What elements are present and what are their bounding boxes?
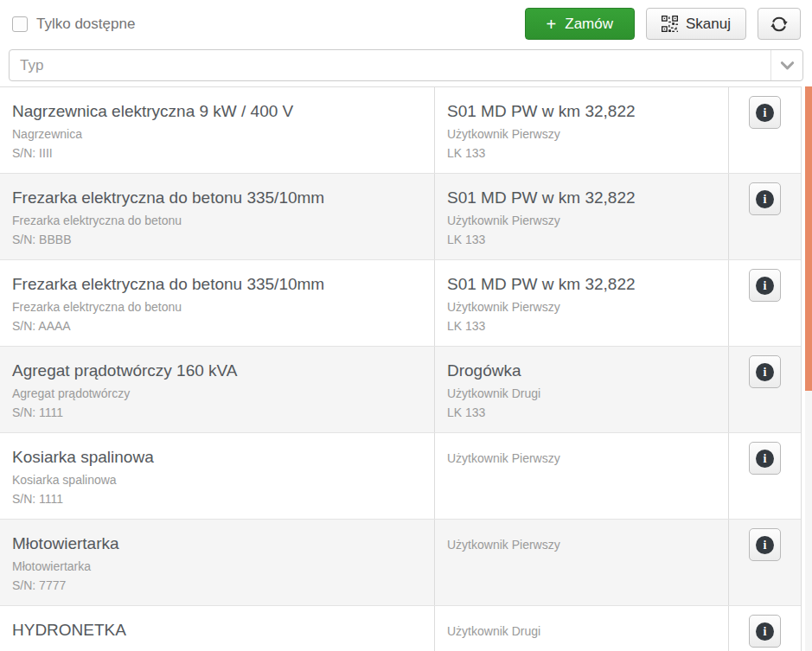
- plus-icon: +: [547, 16, 557, 33]
- equipment-cell: Agregat prądotwórczy 160 kVA Agregat prą…: [0, 347, 435, 432]
- equipment-serial: S/N: 7777: [12, 578, 422, 592]
- location-cell: Użytkownik Drugi: [435, 606, 729, 651]
- info-cell: i: [729, 520, 801, 605]
- order-button[interactable]: + Zamów: [525, 8, 635, 40]
- line-code: LK 133: [447, 146, 716, 160]
- equipment-serial: S/N: BBBB: [12, 233, 422, 246]
- type-dropdown-toggle[interactable]: [770, 50, 802, 80]
- assigned-user: Użytkownik Pierwszy: [447, 538, 716, 552]
- assigned-user: Użytkownik Pierwszy: [447, 127, 716, 141]
- equipment-type: Frezarka elektryczna do betonu: [12, 300, 422, 314]
- equipment-name: Kosiarka spalinowa: [12, 446, 422, 468]
- chevron-down-icon: [780, 61, 795, 71]
- info-button[interactable]: i: [749, 528, 781, 561]
- info-cell: i: [729, 174, 801, 259]
- toolbar: Tylko dostępne + Zamów Skanuj: [0, 0, 812, 41]
- equipment-row[interactable]: Kosiarka spalinowa Kosiarka spalinowa S/…: [0, 433, 801, 520]
- type-input[interactable]: [10, 50, 770, 80]
- equipment-serial: S/N: 1111: [12, 492, 422, 506]
- only-available-label: Tylko dostępne: [36, 16, 135, 33]
- line-code: LK 133: [447, 233, 716, 246]
- info-icon: i: [756, 622, 774, 641]
- equipment-row[interactable]: Nagrzewnica elektryczna 9 kW / 400 V Nag…: [0, 87, 801, 174]
- equipment-type: Frezarka elektryczna do betonu: [12, 214, 422, 227]
- equipment-type: Młotowiertarka: [12, 559, 422, 573]
- location-cell: S01 MD PW w km 32,822 Użytkownik Pierwsz…: [435, 87, 729, 173]
- equipment-serial: S/N: 1111: [12, 405, 422, 419]
- scrollbar[interactable]: [805, 86, 812, 651]
- equipment-name: Nagrzewnica elektryczna 9 kW / 400 V: [12, 100, 422, 122]
- only-available-checkbox[interactable]: [12, 16, 28, 32]
- equipment-name: Frezarka elektryczna do betonu 335/10mm: [12, 187, 422, 208]
- equipment-name: Młotowiertarka: [12, 533, 422, 554]
- location-name: S01 MD PW w km 32,822: [447, 100, 716, 122]
- equipment-serial: S/N: AAAA: [12, 319, 422, 333]
- info-button[interactable]: i: [749, 269, 781, 302]
- equipment-row[interactable]: HYDRONETKA Użytkownik Drugi i: [0, 606, 801, 651]
- info-button[interactable]: i: [749, 96, 781, 129]
- location-cell: S01 MD PW w km 32,822 Użytkownik Pierwsz…: [435, 260, 729, 346]
- equipment-name: Frezarka elektryczna do betonu 335/10mm: [12, 273, 422, 295]
- equipment-name: HYDRONETKA: [12, 619, 422, 641]
- info-button[interactable]: i: [749, 442, 781, 475]
- scan-button-label: Skanuj: [686, 16, 731, 33]
- location-name: Drogówka: [447, 360, 716, 381]
- location-name: S01 MD PW w km 32,822: [447, 273, 716, 295]
- location-cell: Użytkownik Pierwszy: [435, 520, 729, 605]
- toolbar-buttons: + Zamów Skanuj: [525, 8, 801, 40]
- equipment-cell: Kosiarka spalinowa Kosiarka spalinowa S/…: [0, 433, 435, 519]
- info-icon: i: [756, 277, 774, 295]
- info-cell: i: [729, 347, 801, 432]
- line-code: LK 133: [447, 319, 716, 333]
- equipment-cell: Frezarka elektryczna do betonu 335/10mm …: [0, 260, 435, 346]
- equipment-cell: Nagrzewnica elektryczna 9 kW / 400 V Nag…: [0, 87, 435, 173]
- equipment-cell: Młotowiertarka Młotowiertarka S/N: 7777: [0, 520, 435, 605]
- info-icon: i: [756, 450, 774, 468]
- equipment-row[interactable]: Młotowiertarka Młotowiertarka S/N: 7777 …: [0, 520, 801, 606]
- equipment-name: Agregat prądotwórczy 160 kVA: [12, 360, 422, 381]
- equipment-row[interactable]: Agregat prądotwórczy 160 kVA Agregat prą…: [0, 347, 801, 433]
- location-cell: Użytkownik Pierwszy: [435, 433, 729, 519]
- info-icon: i: [756, 536, 774, 554]
- only-available-filter[interactable]: Tylko dostępne: [12, 16, 135, 33]
- refresh-button[interactable]: [758, 8, 801, 40]
- assigned-user: Użytkownik Pierwszy: [447, 300, 716, 314]
- info-icon: i: [756, 363, 774, 381]
- assigned-user: Użytkownik Drugi: [447, 386, 716, 400]
- filter-row: [0, 49, 812, 81]
- info-button[interactable]: i: [749, 615, 781, 648]
- equipment-type: Kosiarka spalinowa: [12, 473, 422, 487]
- equipment-list: Nagrzewnica elektryczna 9 kW / 400 V Nag…: [0, 86, 802, 651]
- equipment-serial: S/N: IIII: [12, 146, 422, 160]
- info-icon: i: [756, 104, 774, 122]
- info-icon: i: [756, 190, 774, 208]
- equipment-row[interactable]: Frezarka elektryczna do betonu 335/10mm …: [0, 174, 801, 260]
- assigned-user: Użytkownik Pierwszy: [447, 451, 716, 465]
- location-name: S01 MD PW w km 32,822: [447, 187, 716, 208]
- qr-code-icon: [662, 16, 678, 32]
- scan-button[interactable]: Skanuj: [646, 8, 746, 40]
- scrollbar-thumb[interactable]: [805, 86, 812, 391]
- equipment-cell: HYDRONETKA: [0, 606, 435, 651]
- info-cell: i: [729, 260, 801, 346]
- equipment-cell: Frezarka elektryczna do betonu 335/10mm …: [0, 174, 435, 259]
- line-code: LK 133: [447, 405, 716, 419]
- info-cell: i: [729, 433, 801, 519]
- refresh-icon: [770, 15, 789, 34]
- equipment-type: Nagrzewnica: [12, 127, 422, 141]
- type-select[interactable]: [9, 49, 803, 81]
- info-button[interactable]: i: [749, 355, 781, 388]
- info-button[interactable]: i: [749, 182, 781, 215]
- info-cell: i: [729, 606, 801, 651]
- location-cell: S01 MD PW w km 32,822 Użytkownik Pierwsz…: [435, 174, 729, 259]
- assigned-user: Użytkownik Drugi: [447, 624, 716, 638]
- order-button-label: Zamów: [565, 16, 613, 33]
- equipment-type: Agregat prądotwórczy: [12, 386, 422, 400]
- location-cell: Drogówka Użytkownik Drugi LK 133: [435, 347, 729, 432]
- info-cell: i: [729, 87, 801, 173]
- assigned-user: Użytkownik Pierwszy: [447, 214, 716, 227]
- equipment-row[interactable]: Frezarka elektryczna do betonu 335/10mm …: [0, 260, 801, 347]
